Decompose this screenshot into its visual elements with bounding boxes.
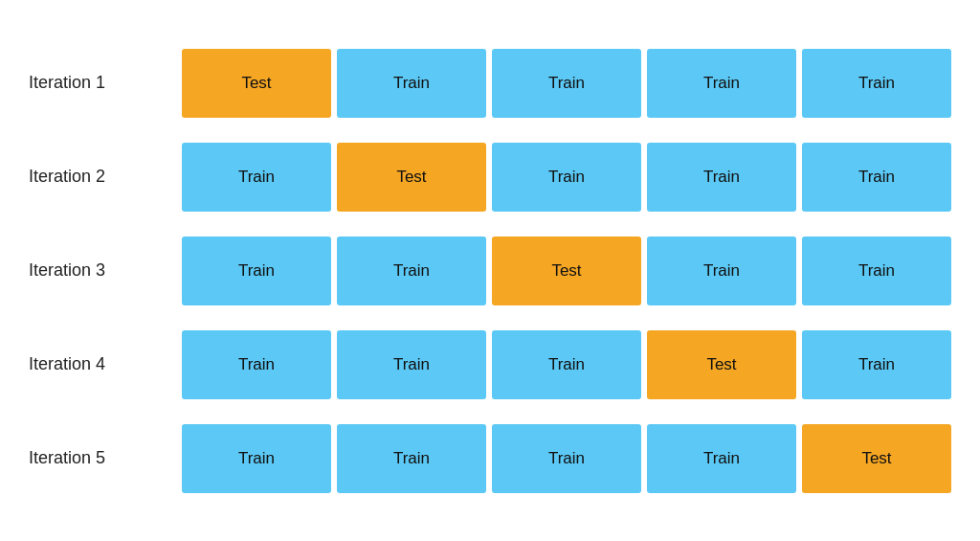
cell-row5-col5: Test <box>802 424 951 493</box>
cell-row1-col4: Train <box>647 49 796 118</box>
iteration-row-1: Iteration 1TestTrainTrainTrainTrain <box>29 36 951 130</box>
iteration-row-5: Iteration 5TrainTrainTrainTrainTest <box>29 412 951 506</box>
cell-row5-col3: Train <box>492 424 641 493</box>
iteration-label-4: Iteration 4 <box>29 354 182 374</box>
iteration-label-3: Iteration 3 <box>29 260 182 281</box>
iteration-row-2: Iteration 2TrainTestTrainTrainTrain <box>29 130 951 224</box>
cell-row3-col5: Train <box>802 237 951 305</box>
cell-row2-col3: Train <box>492 143 641 212</box>
iteration-row-3: Iteration 3TrainTrainTestTrainTrain <box>29 224 951 318</box>
cell-row5-col2: Train <box>337 424 486 493</box>
cell-row3-col4: Train <box>647 237 796 305</box>
cell-row5-col1: Train <box>182 424 331 493</box>
cell-row1-col5: Train <box>802 49 951 118</box>
cell-row2-col5: Train <box>802 143 951 212</box>
cell-row3-col2: Train <box>337 237 486 305</box>
iteration-cells-3: TrainTrainTestTrainTrain <box>182 237 951 305</box>
cell-row5-col4: Train <box>647 424 796 493</box>
iteration-label-5: Iteration 5 <box>29 448 182 468</box>
iteration-cells-4: TrainTrainTrainTestTrain <box>182 330 951 399</box>
cell-row4-col3: Train <box>492 330 641 399</box>
cell-row2-col4: Train <box>647 143 796 212</box>
cell-row4-col2: Train <box>337 330 486 399</box>
cell-row1-col1: Test <box>182 49 331 118</box>
iteration-cells-2: TrainTestTrainTrainTrain <box>182 143 951 212</box>
iteration-label-2: Iteration 2 <box>29 167 182 187</box>
iteration-cells-5: TrainTrainTrainTrainTest <box>182 424 951 493</box>
cell-row4-col4: Test <box>647 330 796 399</box>
cell-row3-col1: Train <box>182 237 331 305</box>
cell-row1-col2: Train <box>337 49 486 118</box>
cross-validation-diagram: Iteration 1TestTrainTrainTrainTrainItera… <box>0 17 980 525</box>
cell-row2-col2: Test <box>337 143 486 212</box>
cell-row1-col3: Train <box>492 49 641 118</box>
cell-row2-col1: Train <box>182 143 331 212</box>
cell-row4-col1: Train <box>182 330 331 399</box>
cell-row4-col5: Train <box>802 330 951 399</box>
iteration-label-1: Iteration 1 <box>29 73 182 93</box>
cell-row3-col3: Test <box>492 237 641 305</box>
iteration-cells-1: TestTrainTrainTrainTrain <box>182 49 951 118</box>
iteration-row-4: Iteration 4TrainTrainTrainTestTrain <box>29 318 951 412</box>
